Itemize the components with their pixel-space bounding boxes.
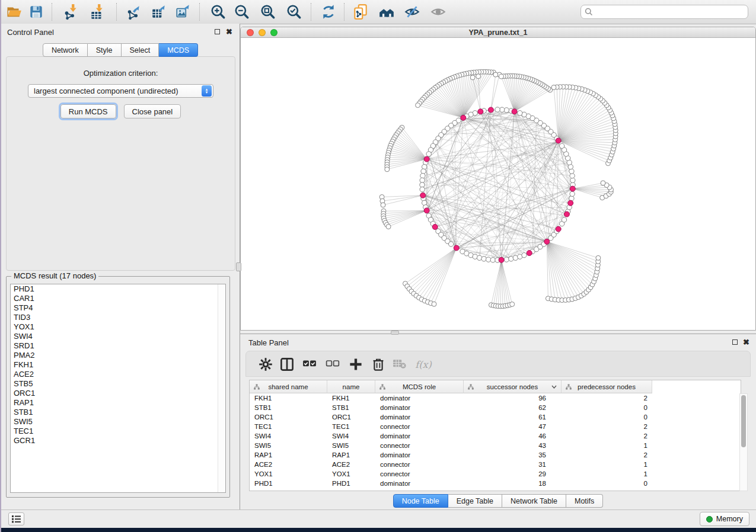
optimization-criterion-value: largest connected component (undirected) [34,86,178,95]
table-tab-edge-table[interactable]: Edge Table [448,494,502,508]
network-graph[interactable] [241,38,755,330]
mcds-result-item[interactable]: GCR1 [11,436,225,446]
table-row[interactable]: STB1STB1dominator620 [250,403,741,412]
mcds-result-item[interactable]: ORC1 [11,389,225,398]
table-toolbar: f(x) [245,351,751,377]
memory-button[interactable]: Memory [700,512,749,526]
mcds-tab-content: Optimization criterion: largest connecte… [6,56,235,271]
task-history-button[interactable] [8,512,24,525]
mcds-result-item[interactable]: STP4 [11,303,225,313]
mcds-result-item[interactable]: RAP1 [11,398,225,408]
mcds-result-item[interactable]: SWI4 [11,332,225,341]
deselect-all-button[interactable] [326,357,340,371]
optimization-criterion-label: Optimization criterion: [7,69,235,78]
app-window: Control Panel ✖ NetworkStyleSelectMCDS O… [1,0,756,527]
float-panel-icon[interactable] [215,29,220,34]
export-network-button[interactable] [126,4,142,20]
refresh-layout-button[interactable] [320,4,337,20]
search-input[interactable] [580,5,748,19]
toolbar-separator [52,3,52,21]
mcds-result-item[interactable]: STB5 [11,379,225,389]
tab-network[interactable]: Network [43,43,88,57]
memory-label: Memory [716,515,743,523]
table-row[interactable]: ACE2ACE2connector311 [250,460,741,469]
table-tab-motifs[interactable]: Motifs [566,494,603,508]
column-header-predecessor-nodes[interactable]: predecessor nodes [562,380,652,393]
table-row[interactable]: PHD1PHD1dominator180 [250,479,741,488]
table-row[interactable]: RAP1RAP1dominator352 [250,450,741,460]
mcds-result-item[interactable]: TEC1 [11,427,225,436]
clone-network-button[interactable] [352,4,369,20]
open-folder-button[interactable] [6,4,23,20]
show-columns-button[interactable] [280,357,294,371]
table-row[interactable]: ORC1ORC1dominator610 [250,412,741,422]
mcds-result-item[interactable]: CAR1 [11,294,225,303]
tab-mcds[interactable]: MCDS [159,43,198,57]
column-header-name[interactable]: name [327,380,375,393]
add-column-button[interactable] [349,357,363,371]
run-mcds-button[interactable]: Run MCDS [60,104,116,118]
close-panel-icon[interactable]: ✖ [226,27,232,37]
zoom-out-button[interactable] [234,4,250,20]
mcds-result-item[interactable]: YOX1 [11,322,225,332]
import-network-button[interactable] [63,4,79,20]
select-all-button[interactable] [302,357,317,371]
table-scrollbar[interactable] [739,393,748,491]
vertical-splitter-handle[interactable] [236,262,241,271]
float-table-panel-icon[interactable] [732,339,738,345]
mcds-result-item[interactable]: PMA2 [11,351,225,360]
delete-column-button[interactable] [371,357,385,371]
node-table: shared namenameMCDS rolesuccessor nodesp… [249,380,741,491]
function-builder-button[interactable]: f(x) [413,357,433,371]
mcds-result-title: MCDS result (17 nodes) [11,271,98,280]
column-header-successor-nodes[interactable]: successor nodes [464,380,562,393]
toolbar-separator [344,3,344,21]
scrollbar-thumb[interactable] [741,395,746,447]
show-all-button[interactable] [430,4,446,20]
mcds-result-item[interactable]: ACE2 [11,370,225,379]
tab-style[interactable]: Style [88,43,122,57]
mcds-result-item[interactable]: SWI5 [11,417,225,427]
table-row[interactable]: YOX1YOX1connector291 [250,469,741,479]
column-header-mcds-role[interactable]: MCDS role [375,380,464,393]
zoom-out-icon [234,4,250,20]
table-settings-button[interactable] [259,357,273,371]
zoom-fit-button[interactable] [260,4,276,20]
table-row[interactable]: SWI5SWI5connector431 [250,441,741,450]
network-canvas[interactable] [241,38,755,330]
zoom-in-button[interactable] [210,4,227,20]
mcds-result-item[interactable]: FKH1 [11,360,225,370]
horizontal-splitter-handle[interactable] [391,331,399,335]
network-window-titlebar[interactable]: YPA_prune.txt_1 [241,27,755,38]
save-button[interactable] [28,4,44,20]
mcds-result-item[interactable]: PHD1 [11,284,225,294]
column-header-shared-name[interactable]: shared name [250,380,327,393]
control-panel-tabs: NetworkStyleSelectMCDS [1,43,240,57]
zoom-selected-button[interactable] [286,4,302,20]
mcds-result-list[interactable]: PHD1CAR1STP4TID3YOX1SWI4SRD1PMA2FKH1ACE2… [10,284,226,493]
mcds-result-item[interactable]: SRD1 [11,341,225,351]
mcds-result-item[interactable]: TID3 [11,313,225,322]
hide-selected-button[interactable] [404,4,420,20]
table-row[interactable]: SWI4SWI4dominator462 [250,431,741,441]
fx-icon: f(x) [415,359,431,370]
optimization-criterion-select[interactable]: largest connected component (undirected)… [28,84,213,98]
close-panel-button[interactable]: Close panel [124,104,181,118]
delete-table-button[interactable] [393,357,407,371]
table-row[interactable]: FKH1FKH1dominator962 [250,393,741,403]
tab-select[interactable]: Select [122,43,160,57]
mcds-result-item[interactable]: STB1 [11,408,225,417]
network-window-title: YPA_prune.txt_1 [241,28,755,37]
close-table-panel-icon[interactable]: ✖ [743,337,749,348]
table-header-row: shared namenameMCDS rolesuccessor nodesp… [250,380,741,393]
table-tab-network-table[interactable]: Network Table [502,494,566,508]
first-neighbors-button[interactable] [378,4,395,20]
export-table-button[interactable] [151,4,167,20]
network-window: YPA_prune.txt_1 [240,27,756,331]
control-panel-title: Control Panel [7,28,54,37]
houses-icon [378,4,395,20]
table-row[interactable]: TEC1TEC1connector472 [250,422,741,431]
table-tab-node-table[interactable]: Node Table [393,494,448,508]
export-image-button[interactable] [175,4,192,20]
import-table-button[interactable] [89,4,106,20]
